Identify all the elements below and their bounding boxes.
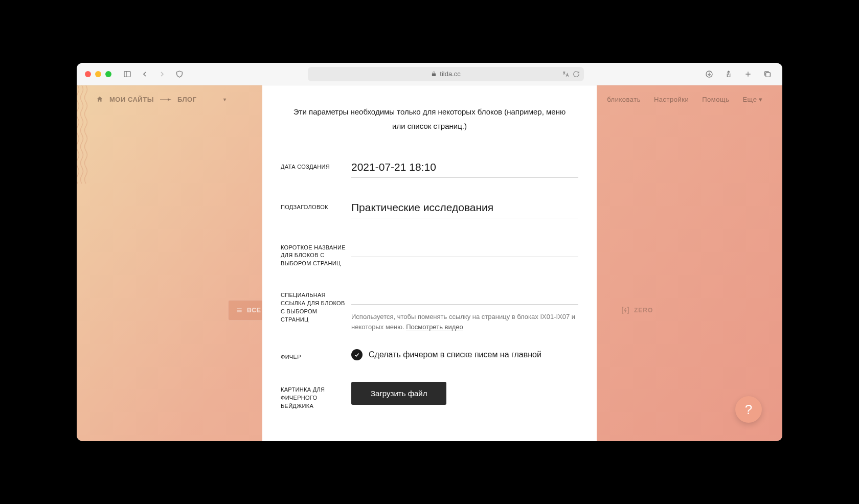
date-input[interactable] — [351, 159, 578, 178]
bolt-bracket-icon — [621, 306, 630, 315]
feature-checkbox[interactable] — [351, 349, 363, 360]
breadcrumb-project[interactable]: БЛОГ — [177, 96, 197, 103]
nav-settings[interactable]: Настройки — [654, 96, 689, 103]
speclink-input[interactable] — [351, 287, 578, 305]
upload-file-button[interactable]: Загрузить файл — [351, 382, 446, 405]
row-shortname: КОРОТКОЕ НАЗВАНИЕ ДЛЯ БЛОКОВ С ВЫБОРОМ С… — [262, 240, 597, 268]
home-icon[interactable] — [96, 96, 103, 103]
downloads-icon[interactable] — [703, 67, 716, 81]
feature-checkbox-label: Сделать фичером в списке писем на главно… — [369, 350, 541, 359]
row-speclink: СПЕЦИАЛЬНАЯ ССЫЛКА ДЛЯ БЛОКОВ С ВЫБОРОМ … — [262, 287, 597, 332]
window-close-icon[interactable] — [85, 71, 91, 77]
list-icon — [236, 307, 243, 314]
nav-forward-icon[interactable] — [155, 67, 169, 81]
lock-icon — [431, 71, 437, 77]
svg-rect-6 — [766, 72, 771, 77]
breadcrumb-home[interactable]: МОИ САЙТЫ — [109, 96, 154, 103]
window-controls — [85, 71, 111, 77]
nav-help[interactable]: Помощь — [702, 96, 729, 103]
reload-icon[interactable] — [573, 71, 580, 78]
speclink-hint: Используется, чтобы поменять ссылку на с… — [351, 312, 578, 332]
address-right-icons — [561, 71, 580, 78]
breadcrumb-separator-icon — [160, 99, 171, 100]
help-bubble-button[interactable]: ? — [735, 396, 762, 423]
translate-icon[interactable] — [561, 71, 570, 78]
browser-window: tilda.cc — [77, 63, 782, 441]
nav-back-icon[interactable] — [138, 67, 151, 81]
privacy-shield-icon[interactable] — [173, 67, 186, 81]
row-badgeimg: КАРТИНКА ДЛЯ ФИЧЕРНОГО БЕЙДЖИКА Загрузит… — [262, 382, 597, 410]
new-tab-icon[interactable] — [741, 67, 755, 81]
tabs-overview-icon[interactable] — [761, 67, 774, 81]
label-date: ДАТА СОЗДАНИЯ — [281, 159, 346, 171]
window-minimize-icon[interactable] — [95, 71, 101, 77]
address-url: tilda.cc — [440, 70, 460, 78]
zero-block-button[interactable]: ZERO — [615, 300, 659, 320]
svg-rect-0 — [124, 71, 130, 77]
label-subtitle: ПОДЗАГОЛОВОК — [281, 199, 346, 212]
chevron-down-icon[interactable]: ▾ — [223, 97, 227, 102]
nav-more[interactable]: Еще ▾ — [742, 96, 763, 103]
label-speclink: СПЕЦИАЛЬНАЯ ССЫЛКА ДЛЯ БЛОКОВ С ВЫБОРОМ … — [281, 287, 346, 324]
app-viewport: МОИ САЙТЫ БЛОГ ▾ бликовать Настройки Пом… — [77, 85, 782, 441]
window-zoom-icon[interactable] — [105, 71, 111, 77]
label-feature: ФИЧЕР — [281, 349, 346, 361]
share-icon[interactable] — [722, 67, 735, 81]
label-shortname: КОРОТКОЕ НАЗВАНИЕ ДЛЯ БЛОКОВ С ВЫБОРОМ С… — [281, 240, 346, 268]
row-subtitle: ПОДЗАГОЛОВОК — [262, 199, 597, 218]
modal-intro-text: Эти параметры необходимы только для неко… — [262, 105, 597, 133]
subtitle-input[interactable] — [351, 199, 578, 218]
sidebar-toggle-icon[interactable] — [121, 67, 134, 81]
row-date: ДАТА СОЗДАНИЯ — [262, 159, 597, 178]
page-settings-modal: Эти параметры необходимы только для неко… — [262, 85, 597, 441]
label-badgeimg: КАРТИНКА ДЛЯ ФИЧЕРНОГО БЕЙДЖИКА — [281, 382, 346, 410]
shortname-input[interactable] — [351, 240, 578, 257]
watch-video-link[interactable]: Посмотреть видео — [406, 323, 463, 331]
browser-toolbar: tilda.cc — [77, 63, 782, 85]
nav-publish[interactable]: бликовать — [607, 96, 641, 103]
row-feature: ФИЧЕР Сделать фичером в списке писем на … — [262, 349, 597, 361]
checkmark-icon — [354, 352, 360, 358]
address-bar[interactable]: tilda.cc — [308, 67, 584, 81]
